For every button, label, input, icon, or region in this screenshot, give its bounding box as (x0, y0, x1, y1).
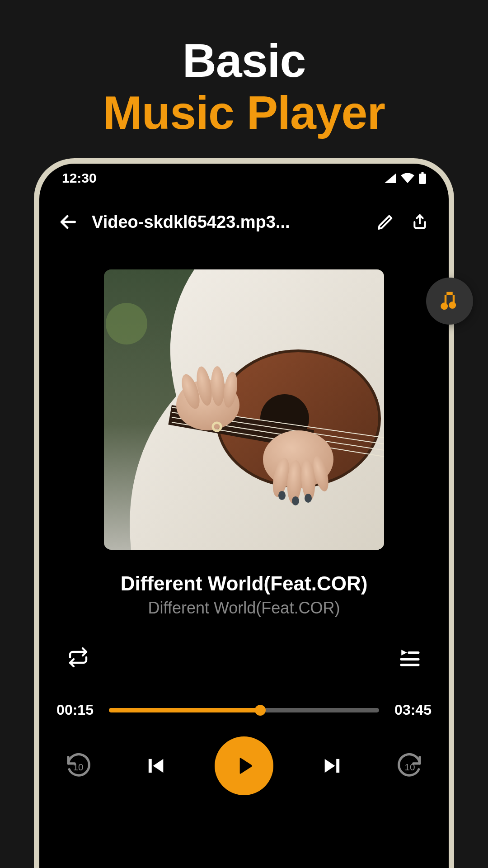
svg-marker-28 (401, 650, 407, 656)
file-title: Video-skdkl65423.mp3... (92, 212, 362, 232)
track-title: Different World(Feat.COR) (39, 572, 449, 595)
svg-point-26 (292, 496, 299, 505)
battery-icon (419, 172, 426, 184)
track-info: Different World(Feat.COR) Different Worl… (39, 572, 449, 618)
play-button[interactable] (215, 736, 273, 795)
svg-marker-35 (325, 759, 335, 773)
headline-line-2: Music Player (0, 86, 488, 140)
queue-button[interactable] (397, 645, 422, 670)
svg-text:10: 10 (73, 762, 84, 772)
skip-next-icon (321, 754, 344, 778)
app-bar: Video-skdkl65423.mp3... (39, 202, 449, 242)
album-art (104, 269, 384, 550)
svg-rect-36 (336, 759, 339, 773)
svg-rect-1 (419, 174, 426, 184)
elapsed-time: 00:15 (55, 702, 95, 718)
status-time: 12:30 (62, 170, 97, 186)
svg-text:10: 10 (405, 762, 415, 772)
share-button[interactable] (409, 211, 431, 233)
playlist-icon (399, 646, 421, 669)
svg-point-4 (106, 303, 147, 344)
track-subtitle: Different World(Feat.COR) (39, 599, 449, 618)
rewind-10-icon: 10 (64, 752, 92, 780)
seek-fill (109, 708, 260, 712)
svg-rect-0 (421, 172, 424, 174)
headline-line-1: Basic (0, 34, 488, 88)
svg-marker-34 (153, 759, 164, 773)
playback-controls: 10 10 (39, 736, 449, 795)
forward-10-button[interactable]: 10 (392, 748, 428, 784)
edit-button[interactable] (375, 211, 396, 233)
arrow-left-icon (58, 212, 78, 232)
svg-point-27 (305, 494, 312, 503)
phone-frame: 12:30 Video-skdkl65423.mp3. (34, 158, 454, 868)
seek-thumb[interactable] (255, 705, 266, 716)
repeat-icon (67, 646, 89, 668)
share-icon (411, 213, 429, 231)
wifi-icon (401, 173, 414, 183)
svg-point-25 (278, 491, 286, 500)
total-time: 03:45 (393, 702, 433, 718)
promo-headline: Basic Music Player (0, 34, 488, 140)
forward-10-icon: 10 (396, 752, 424, 780)
skip-previous-icon (144, 754, 167, 778)
repeat-button[interactable] (66, 645, 91, 670)
music-fab[interactable] (426, 278, 473, 325)
progress-row: 00:15 03:45 (39, 702, 449, 718)
play-icon (231, 753, 257, 778)
cellular-icon (385, 173, 396, 183)
svg-rect-33 (149, 759, 152, 773)
music-note-icon (437, 289, 462, 313)
next-button[interactable] (314, 748, 351, 784)
status-bar: 12:30 (39, 164, 449, 193)
rewind-10-button[interactable]: 10 (60, 748, 96, 784)
back-button[interactable] (57, 211, 79, 233)
pencil-icon (376, 213, 394, 231)
previous-button[interactable] (137, 748, 174, 784)
seek-bar[interactable] (109, 705, 379, 716)
